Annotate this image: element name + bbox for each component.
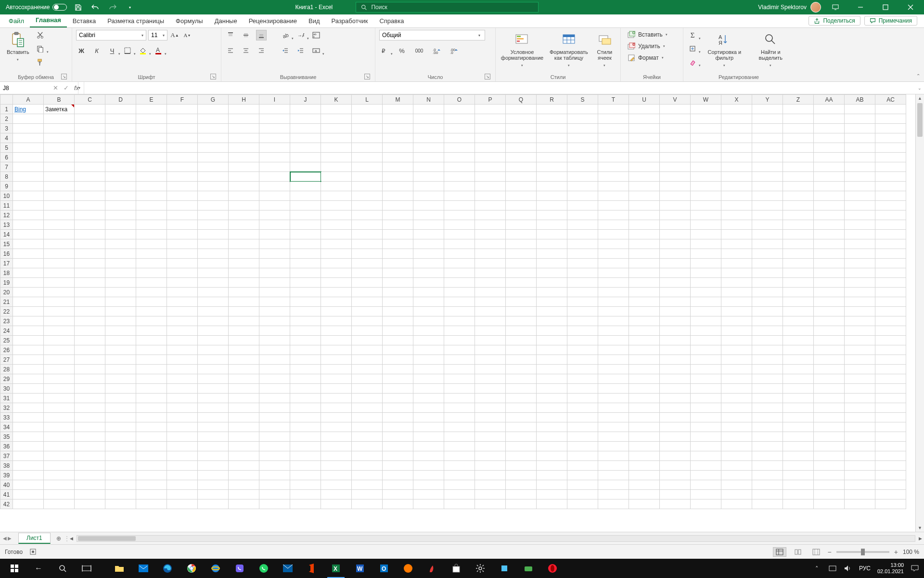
cell[interactable]	[691, 114, 721, 124]
cell[interactable]	[105, 220, 136, 230]
cell[interactable]	[875, 374, 906, 384]
cell[interactable]	[167, 239, 198, 249]
cell[interactable]	[567, 471, 598, 480]
cell[interactable]	[783, 297, 814, 307]
cell[interactable]	[783, 124, 814, 133]
cell[interactable]	[506, 336, 537, 345]
cell[interactable]	[721, 384, 752, 394]
cell[interactable]	[136, 153, 167, 162]
cell[interactable]	[352, 355, 383, 365]
cell[interactable]	[506, 162, 537, 172]
cell[interactable]	[75, 162, 105, 172]
cell[interactable]	[167, 365, 198, 374]
underline-icon[interactable]: Ч	[107, 45, 117, 56]
cell[interactable]	[598, 114, 629, 124]
cell[interactable]	[13, 133, 44, 143]
decrease-indent-icon[interactable]	[280, 45, 291, 56]
cell[interactable]	[752, 133, 783, 143]
cell[interactable]	[321, 499, 352, 509]
cell[interactable]	[475, 288, 506, 297]
cell[interactable]	[598, 499, 629, 509]
dialog-launcher-icon[interactable]: ↘	[61, 74, 67, 79]
cancel-formula-icon[interactable]: ✕	[50, 84, 61, 92]
cell[interactable]	[537, 336, 567, 345]
cell[interactable]	[44, 490, 75, 499]
cell[interactable]	[660, 220, 691, 230]
ie-icon[interactable]	[204, 559, 227, 578]
cell[interactable]	[537, 471, 567, 480]
cell[interactable]	[136, 105, 167, 114]
cell[interactable]	[13, 374, 44, 384]
cell[interactable]	[444, 153, 475, 162]
cell[interactable]	[783, 172, 814, 182]
cell[interactable]	[814, 114, 845, 124]
cell[interactable]	[845, 499, 875, 509]
format-cells-button[interactable]: Формат▾	[625, 53, 667, 63]
cell[interactable]	[321, 210, 352, 220]
row-header[interactable]: 31	[0, 394, 13, 403]
cell[interactable]	[752, 278, 783, 288]
column-header[interactable]: N	[413, 95, 444, 105]
cell[interactable]	[783, 278, 814, 288]
cell[interactable]	[229, 307, 259, 316]
cell[interactable]	[290, 172, 321, 182]
tab-home[interactable]: Главная	[30, 14, 67, 27]
cell[interactable]	[383, 499, 413, 509]
cell[interactable]	[167, 307, 198, 316]
cell[interactable]	[352, 288, 383, 297]
align-bottom-icon[interactable]	[256, 30, 267, 40]
cell[interactable]	[444, 220, 475, 230]
cell[interactable]	[290, 374, 321, 384]
cell[interactable]	[75, 403, 105, 413]
cell[interactable]	[691, 172, 721, 182]
cell[interactable]	[44, 288, 75, 297]
cell[interactable]	[814, 143, 845, 153]
cell[interactable]	[198, 220, 229, 230]
cell[interactable]	[198, 432, 229, 442]
cell[interactable]	[506, 384, 537, 394]
cell[interactable]	[506, 143, 537, 153]
cell[interactable]	[229, 326, 259, 336]
column-header[interactable]: Y	[752, 95, 783, 105]
cell[interactable]	[598, 278, 629, 288]
cell[interactable]	[105, 461, 136, 471]
cell[interactable]	[290, 461, 321, 471]
cell[interactable]	[845, 278, 875, 288]
cell[interactable]	[259, 432, 290, 442]
cell[interactable]	[598, 259, 629, 268]
cell[interactable]	[506, 461, 537, 471]
cell[interactable]	[783, 201, 814, 210]
cell[interactable]	[814, 384, 845, 394]
column-header[interactable]: E	[136, 95, 167, 105]
cell[interactable]	[444, 336, 475, 345]
cell[interactable]	[598, 307, 629, 316]
cell[interactable]	[290, 133, 321, 143]
cell[interactable]	[259, 374, 290, 384]
cell[interactable]	[845, 297, 875, 307]
cell[interactable]	[198, 384, 229, 394]
cell[interactable]	[783, 326, 814, 336]
cell[interactable]	[383, 230, 413, 239]
cell[interactable]	[136, 432, 167, 442]
cell[interactable]	[537, 114, 567, 124]
cell[interactable]	[783, 345, 814, 355]
row-header[interactable]: 27	[0, 355, 13, 365]
scroll-right-icon[interactable]: ▶	[916, 536, 924, 541]
cell[interactable]	[567, 297, 598, 307]
cell[interactable]	[352, 461, 383, 471]
excel-taskbar-icon[interactable]: X	[324, 559, 347, 578]
cell[interactable]	[290, 297, 321, 307]
cell[interactable]	[13, 278, 44, 288]
cell[interactable]	[537, 490, 567, 499]
cell[interactable]	[352, 114, 383, 124]
row-header[interactable]: 2	[0, 114, 13, 124]
cell[interactable]	[845, 403, 875, 413]
cell[interactable]	[537, 307, 567, 316]
cell[interactable]	[814, 105, 845, 114]
cell[interactable]	[105, 499, 136, 509]
cell[interactable]	[75, 307, 105, 316]
cell[interactable]	[567, 490, 598, 499]
cell[interactable]	[105, 365, 136, 374]
cell[interactable]: Bing	[13, 105, 44, 114]
cell[interactable]	[691, 268, 721, 278]
